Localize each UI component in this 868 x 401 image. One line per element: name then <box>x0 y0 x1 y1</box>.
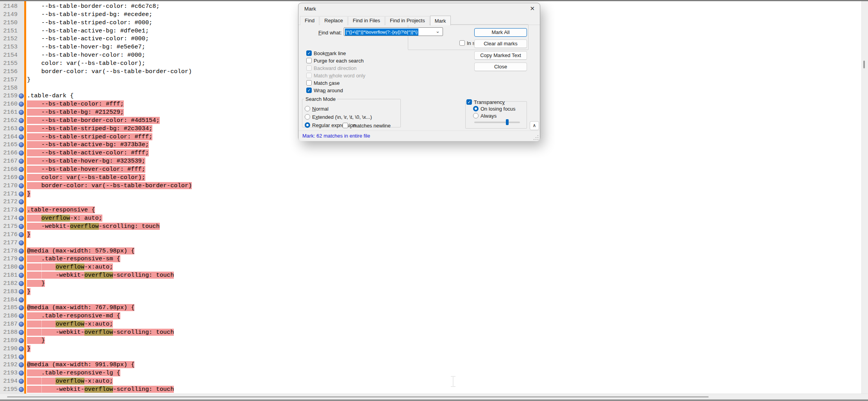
purge-for-each-search-checkbox[interactable] <box>306 58 312 63</box>
match-case-checkbox[interactable] <box>306 80 312 86</box>
bookmark-icon[interactable] <box>19 379 24 384</box>
code-line-2166[interactable]: 2166 --bs-table-active-color: #fff; <box>0 149 859 157</box>
bookmark-icon[interactable] <box>19 232 24 237</box>
bookmark-icon[interactable] <box>19 338 24 343</box>
bookmark-icon[interactable] <box>19 281 24 286</box>
tab-find[interactable]: Find <box>300 16 319 25</box>
code-line-2174[interactable]: 2174 overflow-x: auto; <box>0 214 859 222</box>
bookmark-icon[interactable] <box>19 289 24 294</box>
line-number[interactable]: 2191 <box>0 353 18 361</box>
line-number[interactable]: 2184 <box>0 296 18 304</box>
tab-mark[interactable]: Mark <box>430 16 451 25</box>
bookmark-icon[interactable] <box>19 265 24 270</box>
copy-marked-text-button[interactable]: Copy Marked Text <box>474 51 527 60</box>
line-number[interactable]: 2188 <box>0 328 18 337</box>
line-number[interactable]: 2167 <box>0 157 18 165</box>
line-number[interactable]: 2151 <box>0 27 18 35</box>
code-line-2173[interactable]: 2173.table-responsive { <box>0 206 859 214</box>
line-number[interactable]: 2148 <box>0 2 18 11</box>
line-number[interactable]: 2190 <box>0 345 18 353</box>
code-line-2178[interactable]: 2178@media (max-width: 575.98px) { <box>0 247 859 255</box>
bookmark-icon[interactable] <box>19 313 24 319</box>
line-number[interactable]: 2178 <box>0 247 18 255</box>
line-number[interactable]: 2155 <box>0 59 18 68</box>
bookmark-icon[interactable] <box>19 126 24 131</box>
line-number[interactable]: 2159 <box>0 92 18 100</box>
bookmark-icon[interactable] <box>19 102 24 107</box>
bookmark-icon[interactable] <box>19 305 24 310</box>
clear-all-marks-button[interactable]: Clear all marks <box>474 39 527 48</box>
bookmark-icon[interactable] <box>19 216 24 221</box>
bookmark-icon[interactable] <box>19 256 24 261</box>
code-line-2167[interactable]: 2167 --bs-table-hover-bg: #323539; <box>0 157 859 165</box>
line-number[interactable]: 2154 <box>0 51 18 59</box>
search-mode-extended-radio[interactable] <box>305 114 310 120</box>
code-line-2185[interactable]: 2185@media (max-width: 767.98px) { <box>0 304 859 312</box>
line-number[interactable]: 2157 <box>0 76 18 84</box>
code-line-2169[interactable]: 2169 color: var(--bs-table-color); <box>0 174 859 182</box>
line-number[interactable]: 2158 <box>0 84 18 92</box>
code-line-2188[interactable]: 2188 -webkit-overflow-scrolling: touch <box>0 328 859 337</box>
dot-matches-newline-checkbox[interactable] <box>343 123 348 128</box>
vertical-scrollbar-thumb[interactable] <box>863 61 865 68</box>
line-number[interactable]: 2173 <box>0 206 18 214</box>
tab-replace[interactable]: Replace <box>320 16 348 25</box>
tab-find-in-projects[interactable]: Find in Projects <box>385 16 430 25</box>
mark-all-button[interactable]: Mark All <box>474 28 527 37</box>
line-number[interactable]: 2179 <box>0 255 18 263</box>
line-number[interactable]: 2183 <box>0 288 18 296</box>
bookmark-icon[interactable] <box>19 273 24 278</box>
line-number[interactable]: 2171 <box>0 190 18 198</box>
line-number[interactable]: 2176 <box>0 231 18 239</box>
line-number[interactable]: 2186 <box>0 312 18 320</box>
bookmark-icon[interactable] <box>19 183 24 188</box>
line-number[interactable]: 2180 <box>0 263 18 271</box>
code-line-2182[interactable]: 2182 } <box>0 279 859 288</box>
line-number[interactable]: 2194 <box>0 377 18 385</box>
chevron-down-icon[interactable]: ⌄ <box>436 28 440 34</box>
transparency-checkbox[interactable]: ✓ <box>466 99 472 105</box>
code-line-2191[interactable]: 2191 <box>0 353 859 361</box>
search-mode-normal-radio[interactable] <box>305 106 310 111</box>
code-line-2175[interactable]: 2175 -webkit-overflow-scrolling: touch <box>0 222 859 231</box>
code-line-2195[interactable]: 2195 -webkit-overflow-scrolling: touch <box>0 385 859 394</box>
bookmark-icon[interactable] <box>19 199 24 204</box>
line-number[interactable]: 2166 <box>0 149 18 157</box>
line-number[interactable]: 2195 <box>0 385 18 394</box>
code-line-2179[interactable]: 2179 .table-responsive-sm { <box>0 255 859 263</box>
find-what-combobox[interactable]: [^{]+\{[^}]*\boverflow(?:-[xy])?\b[^}]*\… <box>344 27 443 36</box>
close-button[interactable]: Close <box>474 63 527 71</box>
line-number[interactable]: 2152 <box>0 35 18 43</box>
bookmark-icon[interactable] <box>19 240 24 245</box>
line-number[interactable]: 2149 <box>0 11 18 19</box>
resize-grip-icon[interactable] <box>534 135 538 140</box>
line-number[interactable]: 2182 <box>0 279 18 288</box>
bookmark-line-checkbox[interactable]: ✓ <box>306 50 312 56</box>
line-number[interactable]: 2160 <box>0 100 18 108</box>
tab-find-in-files[interactable]: Find in Files <box>348 16 385 25</box>
bookmark-icon[interactable] <box>19 142 24 147</box>
bookmark-icon[interactable] <box>19 362 24 367</box>
code-line-2186[interactable]: 2186 .table-responsive-md { <box>0 312 859 320</box>
line-number[interactable]: 2189 <box>0 337 18 345</box>
line-number[interactable]: 2153 <box>0 43 18 51</box>
bookmark-icon[interactable] <box>19 330 24 335</box>
line-number[interactable]: 2181 <box>0 271 18 279</box>
in-selection-checkbox[interactable] <box>459 40 465 46</box>
code-line-2180[interactable]: 2180 overflow-x:auto; <box>0 263 859 271</box>
transparency-slider[interactable] <box>474 122 520 123</box>
code-line-2194[interactable]: 2194 overflow-x:auto; <box>0 377 859 385</box>
bookmark-icon[interactable] <box>19 346 24 351</box>
line-number[interactable]: 2169 <box>0 174 18 182</box>
code-line-2170[interactable]: 2170 border-color: var(--bs-table-border… <box>0 182 859 190</box>
code-line-2183[interactable]: 2183} <box>0 288 859 296</box>
bookmark-icon[interactable] <box>19 93 24 98</box>
bookmark-icon[interactable] <box>19 175 24 180</box>
line-number[interactable]: 2172 <box>0 198 18 206</box>
line-number[interactable]: 2187 <box>0 320 18 328</box>
bookmark-icon[interactable] <box>19 110 24 115</box>
horizontal-scrollbar-thumb[interactable] <box>7 396 709 397</box>
bookmark-icon[interactable] <box>19 387 24 392</box>
line-number[interactable]: 2193 <box>0 369 18 377</box>
code-line-2165[interactable]: 2165 --bs-table-active-bg: #373b3e; <box>0 141 859 149</box>
